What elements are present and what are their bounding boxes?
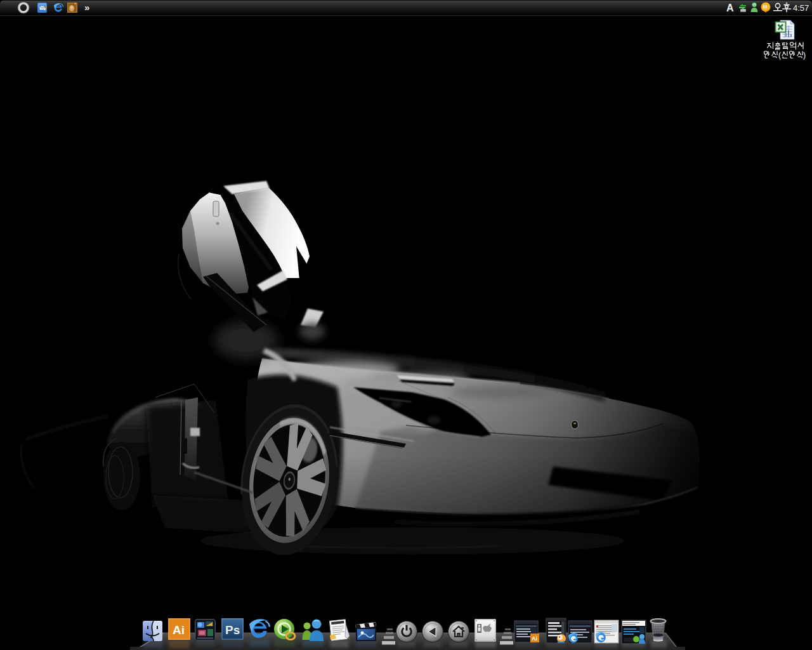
svg-text:Ai: Ai [532,635,537,642]
svg-text:Ai: Ai [173,623,185,637]
svg-text:(: ( [778,51,781,60]
svg-text:4:57: 4:57 [793,3,809,13]
svg-text:A: A [726,3,734,13]
svg-text:Ps: Ps [225,623,240,637]
svg-text:»: » [84,2,89,13]
svg-text:): ) [803,51,806,60]
